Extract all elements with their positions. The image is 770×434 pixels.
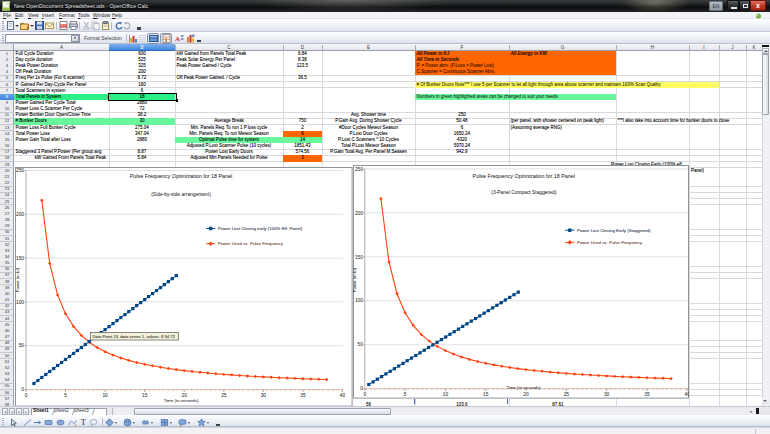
svg-text:0: 0 [363, 392, 366, 397]
svg-text:Power (in kJ): Power (in kJ) [353, 267, 357, 292]
svg-text:150: 150 [355, 254, 363, 259]
svg-text:Time (in seconds): Time (in seconds) [164, 397, 199, 402]
svg-text:Time (in seconds): Time (in seconds) [507, 385, 542, 390]
svg-text:20: 20 [523, 392, 529, 397]
svg-text:40: 40 [685, 392, 689, 397]
svg-text:10: 10 [443, 392, 449, 397]
svg-text:PDF: PDF [61, 24, 67, 28]
svg-text:25: 25 [221, 392, 227, 397]
svg-text:35: 35 [300, 392, 306, 397]
svg-text:Pulse Frequency Optimization f: Pulse Frequency Optimization for 18 Pane… [130, 173, 232, 179]
svg-text:(Side-by-side arrangement): (Side-by-side arrangement) [151, 192, 211, 197]
svg-text:30: 30 [604, 392, 610, 397]
svg-text:Power Lost Closing Early (Stag: Power Lost Closing Early (Staggered) [577, 227, 651, 232]
svg-text:100: 100 [16, 299, 24, 304]
svg-text:40: 40 [340, 392, 346, 397]
svg-text:0: 0 [360, 386, 363, 391]
svg-text:50: 50 [19, 343, 25, 348]
svg-text:250: 250 [16, 168, 24, 173]
svg-text:Power Used vs. Pulse Frequency: Power Used vs. Pulse Frequency [577, 240, 643, 245]
svg-text:T: T [81, 418, 86, 427]
svg-text:15: 15 [483, 392, 489, 397]
svg-text:100: 100 [355, 298, 363, 303]
svg-text:250: 250 [355, 166, 363, 171]
svg-text:50: 50 [358, 342, 364, 347]
svg-text:150: 150 [16, 255, 24, 260]
svg-text:25: 25 [564, 392, 570, 397]
svg-text:200: 200 [355, 210, 363, 215]
svg-text:30: 30 [261, 392, 267, 397]
svg-text:Power Used vs. Pulse Frequency: Power Used vs. Pulse Frequency [218, 241, 284, 246]
svg-text:35: 35 [644, 392, 650, 397]
svg-text:Power Lost Closing early (100%: Power Lost Closing early (100% Eff. Pane… [218, 226, 303, 231]
svg-text:A: A [175, 35, 180, 43]
svg-text:0: 0 [21, 387, 24, 392]
svg-text:(3-Panel Compact Staggered): (3-Panel Compact Staggered) [491, 189, 556, 194]
svg-text:0: 0 [25, 392, 28, 397]
svg-text:5: 5 [64, 392, 67, 397]
svg-text:Power (in kJ): Power (in kJ) [15, 267, 20, 292]
svg-text:200: 200 [16, 212, 24, 217]
svg-text:5: 5 [404, 392, 407, 397]
svg-text:Data Point 13, data series 1,: Data Point 13, data series 1, values: 8 … [93, 333, 176, 338]
svg-text:Pulse Frequency Optimization f: Pulse Frequency Optimization for 18 Pane… [473, 172, 575, 178]
svg-text:10: 10 [102, 392, 108, 397]
svg-text:15: 15 [142, 392, 148, 397]
